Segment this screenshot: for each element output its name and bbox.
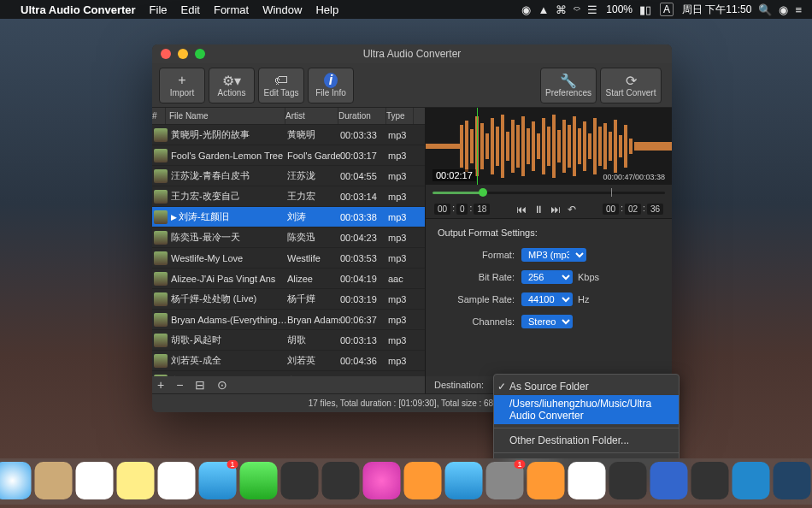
table-row[interactable]: Fool's Garden-Lemon TreeFool's Garden00:…	[152, 145, 425, 166]
dropdown-item[interactable]: /Users/liuhengzhuo/Music/Ultra Audio Con…	[494, 395, 679, 424]
dock-messages[interactable]	[240, 462, 278, 499]
app-name[interactable]: Ultra Audio Converter	[21, 3, 136, 16]
svg-rect-0	[426, 144, 460, 149]
table-row[interactable]: Westlife-My LoveWestlife00:03:53mp3	[152, 248, 425, 269]
format-select[interactable]: MP3 (mp3)	[521, 248, 586, 262]
status-icon[interactable]: ▲	[538, 3, 549, 16]
list-footer: + − ⊟ ⊙	[152, 376, 425, 393]
svg-rect-19	[552, 115, 556, 178]
next-button[interactable]: ⏭	[550, 204, 561, 216]
dock-app[interactable]	[527, 462, 565, 499]
input-source-icon[interactable]: A	[660, 3, 674, 16]
app-window: Ultra Audio Converter +Import ⚙▾Actions …	[152, 44, 672, 412]
col-num[interactable]: #	[152, 108, 166, 124]
dock-books[interactable]	[404, 462, 442, 499]
table-row[interactable]: 汪苏泷-青春白皮书汪苏泷00:04:55mp3	[152, 166, 425, 186]
channels-select[interactable]: Stereo	[521, 315, 573, 328]
file-thumbnail	[154, 334, 168, 347]
samplerate-select[interactable]: 44100	[521, 292, 573, 306]
status-icon[interactable]: ◉	[521, 3, 531, 16]
file-info-button[interactable]: iFile Info	[308, 68, 354, 103]
dock-app[interactable]	[568, 462, 606, 499]
menu-file[interactable]: File	[150, 3, 168, 16]
svg-rect-5	[480, 123, 484, 169]
undo-button[interactable]: ↶	[568, 204, 576, 216]
dock-app[interactable]	[733, 462, 770, 499]
channels-label: Channels:	[438, 316, 515, 327]
dock-app[interactable]	[650, 462, 688, 499]
dock-appstore[interactable]	[445, 462, 483, 499]
table-row[interactable]: 王力宏-改变自己王力宏00:03:14mp3	[152, 186, 425, 207]
prev-button[interactable]: ⏮	[516, 204, 527, 216]
table-row[interactable]: ▶刘涛-红颜旧刘涛00:03:38mp3	[152, 207, 425, 227]
table-row[interactable]: Bryan Adams-(Everything I Do...Bryan Ada…	[152, 310, 425, 330]
dock-preferences[interactable]: 1	[486, 462, 524, 499]
siri-icon[interactable]: ◉	[779, 3, 788, 16]
playhead[interactable]	[477, 108, 478, 185]
table-row[interactable]: Alizee-J'Ai Pas Vingt AnsAlizee00:04:19a…	[152, 269, 425, 289]
waveform[interactable]: 00:02:17 00:00:47/00:03:38	[426, 108, 672, 185]
table-row[interactable]: 刘若英-成全刘若英00:04:36mp3	[152, 351, 425, 371]
bluetooth-icon[interactable]: ⌔	[574, 3, 580, 16]
dock-calendar[interactable]	[76, 462, 114, 499]
dock-contacts[interactable]	[35, 462, 73, 499]
dock-app[interactable]	[322, 462, 360, 499]
svg-rect-31	[614, 120, 617, 173]
actions-button[interactable]: ⚙▾Actions	[209, 68, 255, 103]
add-file-button[interactable]: +	[157, 378, 164, 392]
titlebar[interactable]: Ultra Audio Converter	[152, 44, 672, 63]
col-duration[interactable]: Duration	[338, 108, 386, 124]
file-duration: 00:03:13	[340, 335, 388, 346]
svg-rect-10	[506, 132, 509, 161]
dock-reminders[interactable]	[158, 462, 196, 499]
seek-slider[interactable]	[426, 185, 672, 200]
import-button[interactable]: +Import	[159, 68, 205, 103]
table-row[interactable]: 胡歌-风起时胡歌00:03:13mp3	[152, 330, 425, 351]
file-thumbnail	[154, 210, 168, 224]
file-type: mp3	[388, 315, 415, 325]
col-filename[interactable]: File Name	[166, 108, 285, 124]
clock[interactable]: 周日 下午11:50	[682, 3, 751, 17]
col-artist[interactable]: Artist	[285, 108, 338, 124]
col-type[interactable]: Type	[386, 108, 414, 124]
file-artist: 杨千嬅	[287, 292, 340, 305]
dropdown-item[interactable]: ✓As Source Folder	[494, 378, 679, 395]
dock-app[interactable]	[609, 462, 647, 499]
dock-terminal[interactable]	[281, 462, 319, 499]
remove-file-button[interactable]: −	[176, 378, 183, 392]
menu-window[interactable]: Window	[262, 3, 302, 16]
badge: 1	[514, 460, 525, 469]
reveal-button[interactable]: ⊙	[217, 378, 227, 392]
table-row[interactable]: 陈奕迅-最冷一天陈奕迅00:04:23mp3	[152, 227, 425, 248]
clear-list-button[interactable]: ⊟	[195, 378, 205, 392]
list-header: # File Name Artist Duration Type	[152, 108, 425, 125]
dropdown-item[interactable]: Other Destination Folder...	[494, 432, 679, 449]
dock-notes[interactable]	[117, 462, 155, 499]
menu-format[interactable]: Format	[214, 3, 249, 16]
dock-app[interactable]	[774, 462, 811, 499]
file-thumbnail	[154, 149, 168, 162]
table-row[interactable]: 杨千嬅-处处吻 (Live)杨千嬅00:03:19mp3	[152, 289, 425, 310]
edit-tags-button[interactable]: 🏷Edit Tags	[258, 68, 304, 103]
dropdown-separator	[494, 428, 679, 428]
status-icon[interactable]: ⌘	[556, 3, 567, 16]
battery-text[interactable]: 100%	[606, 3, 633, 15]
menu-help[interactable]: Help	[315, 3, 338, 16]
wifi-icon[interactable]: ☰	[587, 3, 597, 16]
table-row[interactable]: 黃晓明-光阴的故事黃晓明00:03:33mp3	[152, 125, 425, 145]
notification-center-icon[interactable]: ≡	[795, 3, 802, 16]
destination-label: Destination:	[434, 380, 484, 390]
dock-mail[interactable]: 1	[199, 462, 237, 499]
dock-app[interactable]	[691, 462, 729, 499]
dock-music[interactable]	[363, 462, 401, 499]
dock-safari[interactable]	[0, 462, 32, 499]
spotlight-icon[interactable]: 🔍	[758, 3, 772, 16]
file-name: 胡歌-风起时	[169, 334, 287, 346]
start-convert-button[interactable]: ⟳Start Convert	[600, 68, 662, 103]
menu-edit[interactable]: Edit	[181, 3, 200, 16]
pause-button[interactable]: ⏸	[533, 204, 544, 216]
bitrate-select[interactable]: 256	[521, 270, 573, 284]
preferences-button[interactable]: 🔧Preferences	[540, 68, 597, 103]
battery-icon[interactable]: ▮▯	[639, 3, 651, 16]
toolbar: +Import ⚙▾Actions 🏷Edit Tags iFile Info …	[152, 63, 672, 108]
